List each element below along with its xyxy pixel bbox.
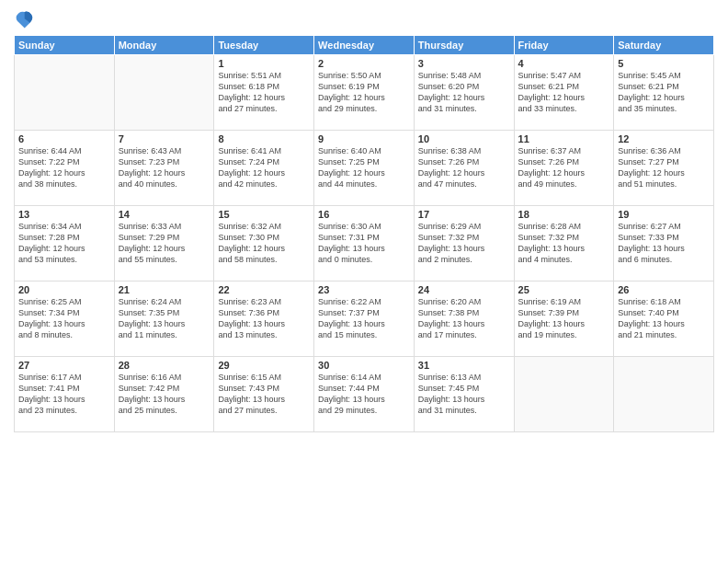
day-number: 11 <box>518 133 610 144</box>
day-info: Sunrise: 6:24 AMSunset: 7:35 PMDaylight:… <box>119 296 210 341</box>
weekday-header-tuesday: Tuesday <box>214 36 314 55</box>
weekday-header-friday: Friday <box>514 36 614 55</box>
calendar-cell: 12Sunrise: 6:36 AMSunset: 7:27 PMDayligh… <box>614 131 714 206</box>
day-number: 12 <box>618 133 710 144</box>
day-info: Sunrise: 6:23 AMSunset: 7:36 PMDaylight:… <box>218 296 310 341</box>
day-number: 2 <box>318 58 410 69</box>
day-number: 18 <box>518 209 610 220</box>
day-number: 8 <box>218 133 310 144</box>
day-info: Sunrise: 6:30 AMSunset: 7:31 PMDaylight:… <box>318 221 410 266</box>
day-number: 22 <box>218 284 310 295</box>
day-number: 17 <box>418 209 510 220</box>
calendar-cell: 22Sunrise: 6:23 AMSunset: 7:36 PMDayligh… <box>214 282 314 357</box>
day-number: 19 <box>618 209 710 220</box>
weekday-header-thursday: Thursday <box>414 36 514 55</box>
calendar-cell <box>614 357 714 432</box>
calendar-cell: 27Sunrise: 6:17 AMSunset: 7:41 PMDayligh… <box>15 357 115 432</box>
calendar-cell: 19Sunrise: 6:27 AMSunset: 7:33 PMDayligh… <box>614 206 714 282</box>
day-number: 23 <box>318 284 410 295</box>
calendar-cell: 5Sunrise: 5:45 AMSunset: 6:21 PMDaylight… <box>614 55 714 131</box>
day-number: 14 <box>119 209 210 220</box>
day-info: Sunrise: 6:33 AMSunset: 7:29 PMDaylight:… <box>119 221 210 266</box>
weekday-header-sunday: Sunday <box>15 36 115 55</box>
day-info: Sunrise: 6:17 AMSunset: 7:41 PMDaylight:… <box>18 372 110 417</box>
day-number: 9 <box>318 133 410 144</box>
day-info: Sunrise: 6:16 AMSunset: 7:42 PMDaylight:… <box>119 372 210 417</box>
calendar-cell: 11Sunrise: 6:37 AMSunset: 7:26 PMDayligh… <box>514 131 614 206</box>
day-number: 26 <box>618 284 710 295</box>
weekday-header-saturday: Saturday <box>614 36 714 55</box>
calendar-cell: 30Sunrise: 6:14 AMSunset: 7:44 PMDayligh… <box>314 357 415 432</box>
day-info: Sunrise: 6:27 AMSunset: 7:33 PMDaylight:… <box>618 221 710 266</box>
day-info: Sunrise: 6:32 AMSunset: 7:30 PMDaylight:… <box>218 221 310 266</box>
calendar-cell: 20Sunrise: 6:25 AMSunset: 7:34 PMDayligh… <box>15 282 115 357</box>
day-number: 5 <box>618 58 710 69</box>
day-info: Sunrise: 6:38 AMSunset: 7:26 PMDaylight:… <box>418 145 510 190</box>
day-number: 29 <box>218 360 310 371</box>
day-info: Sunrise: 6:37 AMSunset: 7:26 PMDaylight:… <box>518 145 610 190</box>
week-row-1: 1Sunrise: 5:51 AMSunset: 6:18 PMDaylight… <box>15 55 714 131</box>
day-info: Sunrise: 5:48 AMSunset: 6:20 PMDaylight:… <box>418 70 510 115</box>
day-info: Sunrise: 6:13 AMSunset: 7:45 PMDaylight:… <box>418 372 510 417</box>
day-info: Sunrise: 6:43 AMSunset: 7:23 PMDaylight:… <box>119 145 210 190</box>
day-info: Sunrise: 6:25 AMSunset: 7:34 PMDaylight:… <box>18 296 110 341</box>
day-info: Sunrise: 6:18 AMSunset: 7:40 PMDaylight:… <box>618 296 710 341</box>
day-number: 6 <box>18 133 110 144</box>
day-number: 15 <box>218 209 310 220</box>
calendar-cell <box>114 55 214 131</box>
header <box>14 9 714 29</box>
calendar-cell: 3Sunrise: 5:48 AMSunset: 6:20 PMDaylight… <box>414 55 514 131</box>
calendar-cell: 1Sunrise: 5:51 AMSunset: 6:18 PMDaylight… <box>214 55 314 131</box>
day-info: Sunrise: 6:36 AMSunset: 7:27 PMDaylight:… <box>618 145 710 190</box>
weekday-header-monday: Monday <box>114 36 214 55</box>
day-number: 31 <box>418 360 510 371</box>
day-number: 27 <box>18 360 110 371</box>
calendar-cell: 15Sunrise: 6:32 AMSunset: 7:30 PMDayligh… <box>214 206 314 282</box>
calendar-cell: 13Sunrise: 6:34 AMSunset: 7:28 PMDayligh… <box>15 206 115 282</box>
day-info: Sunrise: 6:22 AMSunset: 7:37 PMDaylight:… <box>318 296 410 341</box>
calendar-cell: 24Sunrise: 6:20 AMSunset: 7:38 PMDayligh… <box>414 282 514 357</box>
day-number: 3 <box>418 58 510 69</box>
day-number: 16 <box>318 209 410 220</box>
day-info: Sunrise: 6:20 AMSunset: 7:38 PMDaylight:… <box>418 296 510 341</box>
day-info: Sunrise: 6:34 AMSunset: 7:28 PMDaylight:… <box>18 221 110 266</box>
calendar-cell: 29Sunrise: 6:15 AMSunset: 7:43 PMDayligh… <box>214 357 314 432</box>
day-info: Sunrise: 6:28 AMSunset: 7:32 PMDaylight:… <box>518 221 610 266</box>
day-info: Sunrise: 5:47 AMSunset: 6:21 PMDaylight:… <box>518 70 610 115</box>
calendar-table: SundayMondayTuesdayWednesdayThursdayFrid… <box>14 35 714 432</box>
calendar-cell: 28Sunrise: 6:16 AMSunset: 7:42 PMDayligh… <box>114 357 214 432</box>
day-info: Sunrise: 5:45 AMSunset: 6:21 PMDaylight:… <box>618 70 710 115</box>
day-info: Sunrise: 5:51 AMSunset: 6:18 PMDaylight:… <box>218 70 310 115</box>
week-row-4: 20Sunrise: 6:25 AMSunset: 7:34 PMDayligh… <box>15 282 714 357</box>
day-number: 4 <box>518 58 610 69</box>
day-info: Sunrise: 6:29 AMSunset: 7:32 PMDaylight:… <box>418 221 510 266</box>
day-info: Sunrise: 6:19 AMSunset: 7:39 PMDaylight:… <box>518 296 610 341</box>
day-info: Sunrise: 6:15 AMSunset: 7:43 PMDaylight:… <box>218 372 310 417</box>
calendar-cell: 18Sunrise: 6:28 AMSunset: 7:32 PMDayligh… <box>514 206 614 282</box>
week-row-5: 27Sunrise: 6:17 AMSunset: 7:41 PMDayligh… <box>15 357 714 432</box>
day-number: 25 <box>518 284 610 295</box>
calendar-cell: 8Sunrise: 6:41 AMSunset: 7:24 PMDaylight… <box>214 131 314 206</box>
day-number: 20 <box>18 284 110 295</box>
day-info: Sunrise: 6:14 AMSunset: 7:44 PMDaylight:… <box>318 372 410 417</box>
day-number: 13 <box>18 209 110 220</box>
calendar-cell: 10Sunrise: 6:38 AMSunset: 7:26 PMDayligh… <box>414 131 514 206</box>
calendar-cell: 7Sunrise: 6:43 AMSunset: 7:23 PMDaylight… <box>114 131 214 206</box>
weekday-header-row: SundayMondayTuesdayWednesdayThursdayFrid… <box>15 36 714 55</box>
calendar-cell: 16Sunrise: 6:30 AMSunset: 7:31 PMDayligh… <box>314 206 415 282</box>
day-number: 30 <box>318 360 410 371</box>
day-info: Sunrise: 6:44 AMSunset: 7:22 PMDaylight:… <box>18 145 110 190</box>
calendar-cell: 4Sunrise: 5:47 AMSunset: 6:21 PMDaylight… <box>514 55 614 131</box>
calendar-cell: 31Sunrise: 6:13 AMSunset: 7:45 PMDayligh… <box>414 357 514 432</box>
day-number: 24 <box>418 284 510 295</box>
logo-icon <box>14 9 34 29</box>
weekday-header-wednesday: Wednesday <box>314 36 415 55</box>
calendar-cell: 14Sunrise: 6:33 AMSunset: 7:29 PMDayligh… <box>114 206 214 282</box>
calendar-cell: 2Sunrise: 5:50 AMSunset: 6:19 PMDaylight… <box>314 55 415 131</box>
calendar-cell <box>15 55 115 131</box>
calendar-cell: 21Sunrise: 6:24 AMSunset: 7:35 PMDayligh… <box>114 282 214 357</box>
calendar-cell <box>514 357 614 432</box>
day-number: 7 <box>119 133 210 144</box>
day-info: Sunrise: 6:41 AMSunset: 7:24 PMDaylight:… <box>218 145 310 190</box>
day-number: 21 <box>119 284 210 295</box>
